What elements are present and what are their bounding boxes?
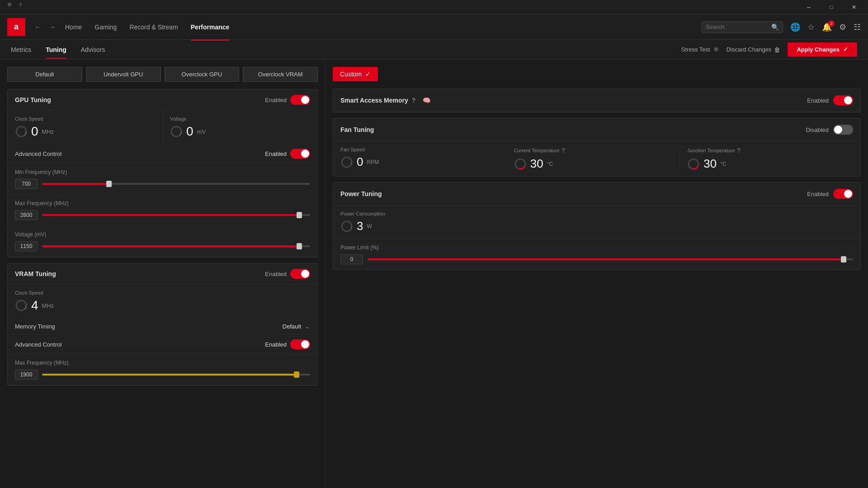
custom-preset-checkmark: ✓ <box>365 70 371 78</box>
nav-home[interactable]: Home <box>65 22 82 33</box>
forward-button[interactable]: → <box>47 21 58 33</box>
voltage-unit: mV <box>197 128 206 135</box>
junction-temp-help-icon[interactable]: ? <box>737 147 741 154</box>
custom-preset-label: Custom <box>340 70 362 78</box>
voltage-slider-value[interactable]: 1150 <box>15 241 38 251</box>
system-icon-1: ⚙ <box>7 2 12 8</box>
fan-tuning-toggle[interactable] <box>833 125 853 135</box>
max-freq-section: Max Frequency (MHz) 2800 <box>8 195 317 226</box>
preset-overclock-vram[interactable]: Overclock VRAM <box>243 67 318 82</box>
title-bar: ⚙ ? ─ □ ✕ <box>0 0 868 14</box>
preset-default[interactable]: Default <box>7 67 82 82</box>
vram-tuning-toggle[interactable] <box>290 269 310 279</box>
current-temp-label: Current Temperature <box>514 148 560 153</box>
fan-speed-metric: Fan Speed 0 RPM <box>340 147 507 171</box>
close-button[interactable]: ✕ <box>844 0 864 14</box>
vram-advanced-toggle[interactable] <box>290 339 310 349</box>
notification-icon[interactable]: 🔔 2 <box>822 22 832 32</box>
vram-metrics-row: Clock Speed 4 MHz <box>8 285 317 318</box>
layout-icon[interactable]: ☷ <box>854 22 861 32</box>
apply-checkmark-icon: ✓ <box>843 46 848 53</box>
max-freq-value[interactable]: 2800 <box>15 210 38 220</box>
power-tuning-toggle[interactable] <box>833 189 853 199</box>
min-freq-section: Min Frequency (MHz) 700 <box>8 164 317 195</box>
max-freq-thumb[interactable] <box>297 212 302 218</box>
power-consumption-gauge <box>340 220 353 233</box>
maximize-button[interactable]: □ <box>821 0 842 14</box>
discard-label: Discard Changes <box>726 46 772 53</box>
tab-metrics[interactable]: Metrics <box>11 41 31 59</box>
advanced-control-toggle[interactable] <box>290 149 310 159</box>
max-freq-track[interactable] <box>42 214 310 216</box>
back-button[interactable]: ← <box>33 21 43 33</box>
vram-max-freq-section: Max Frequency (MHz) 1900 <box>8 354 317 385</box>
vram-clock-value: 4 <box>31 298 38 313</box>
vram-clock-unit: MHz <box>42 302 54 309</box>
fan-speed-label: Fan Speed <box>340 147 365 152</box>
minimize-button[interactable]: ─ <box>798 0 819 14</box>
vram-advanced-label: Advanced Control <box>15 341 61 348</box>
min-freq-track[interactable] <box>42 183 310 185</box>
fan-tuning-title: Fan Tuning <box>340 126 374 133</box>
nav-gaming[interactable]: Gaming <box>94 22 117 33</box>
search-box[interactable]: 🔍 <box>702 21 783 33</box>
vram-tuning-card: VRAM Tuning Enabled Clock Speed 4 <box>7 263 318 386</box>
power-limit-track[interactable] <box>368 258 853 260</box>
current-temp-value: 30 <box>530 157 543 171</box>
sam-help-icon[interactable]: ? <box>412 97 416 104</box>
junction-temp-unit: °C <box>720 161 726 167</box>
gpu-tuning-toggle[interactable] <box>290 95 310 105</box>
search-input[interactable] <box>706 23 769 30</box>
junction-temp-gauge <box>687 158 700 170</box>
fan-tuning-card: Fan Tuning Disabled Fan Speed <box>333 118 861 177</box>
vram-advanced-status: Enabled <box>265 341 287 348</box>
notification-badge: 2 <box>828 20 835 27</box>
smart-access-memory-card: Smart Access Memory ? 🧠 Enabled <box>333 89 861 113</box>
min-freq-value[interactable]: 700 <box>15 179 38 189</box>
nav-performance[interactable]: Performance <box>191 22 230 33</box>
sam-brain-icon: 🧠 <box>423 97 430 104</box>
current-temp-metric: Current Temperature ? 30 °C <box>514 147 680 171</box>
vram-max-freq-track[interactable] <box>42 374 310 375</box>
vram-max-freq-value[interactable]: 1900 <box>15 370 38 380</box>
memory-timing-dropdown-icon[interactable]: ⌄ <box>305 323 310 330</box>
current-temp-unit: °C <box>547 161 553 167</box>
right-panel: Custom ✓ Smart Access Memory ? 🧠 Enabled <box>326 60 868 488</box>
custom-preset-button[interactable]: Custom ✓ <box>333 67 378 81</box>
current-temp-help-icon[interactable]: ? <box>561 147 565 154</box>
preset-undervolt[interactable]: Undervolt GPU <box>86 67 161 82</box>
min-freq-label: Min Frequency (MHz) <box>15 169 310 175</box>
sam-toggle[interactable] <box>833 95 853 105</box>
vram-advanced-control-row: Advanced Control Enabled <box>8 335 317 354</box>
clock-speed-unit: MHz <box>42 128 54 135</box>
globe-icon[interactable]: 🌐 <box>790 22 800 32</box>
fan-speed-unit: RPM <box>367 159 379 165</box>
nav-record-stream[interactable]: Record & Stream <box>129 22 178 33</box>
clock-speed-gauge <box>15 125 28 138</box>
voltage-slider-thumb[interactable] <box>297 243 302 249</box>
min-freq-thumb[interactable] <box>106 181 112 187</box>
discard-changes-button[interactable]: Discard Changes 🗑 <box>726 46 781 53</box>
tab-advisors[interactable]: Advisors <box>81 41 105 59</box>
max-freq-label: Max Frequency (MHz) <box>15 200 310 206</box>
clock-speed-metric: Clock Speed 0 MHz <box>8 111 163 144</box>
nav-bar: a ← → Home Gaming Record & Stream Perfor… <box>0 14 868 40</box>
apply-changes-button[interactable]: Apply Changes ✓ <box>788 42 857 56</box>
power-tuning-status: Enabled <box>807 191 829 197</box>
stress-test-button[interactable]: Stress Test ⚛ <box>681 45 719 54</box>
preset-row: Default Undervolt GPU Overclock GPU Over… <box>7 67 318 82</box>
voltage-slider-section: Voltage (mV) 1150 <box>8 226 317 257</box>
power-limit-value[interactable]: 0 <box>340 254 363 264</box>
power-consumption-unit: W <box>367 223 372 230</box>
power-limit-thumb[interactable] <box>841 256 846 263</box>
voltage-gauge <box>170 125 183 138</box>
vram-max-freq-thumb[interactable] <box>294 371 299 378</box>
settings-icon[interactable]: ⚙ <box>839 22 846 32</box>
preset-overclock-gpu[interactable]: Overclock GPU <box>165 67 240 82</box>
voltage-slider-track[interactable] <box>42 245 310 247</box>
tab-tuning[interactable]: Tuning <box>46 41 66 59</box>
voltage-metric: Voltage 0 mV <box>163 111 317 144</box>
star-icon[interactable]: ☆ <box>807 22 815 32</box>
vram-clock-speed-label: Clock Speed <box>15 290 310 296</box>
stress-test-label: Stress Test <box>681 46 710 53</box>
